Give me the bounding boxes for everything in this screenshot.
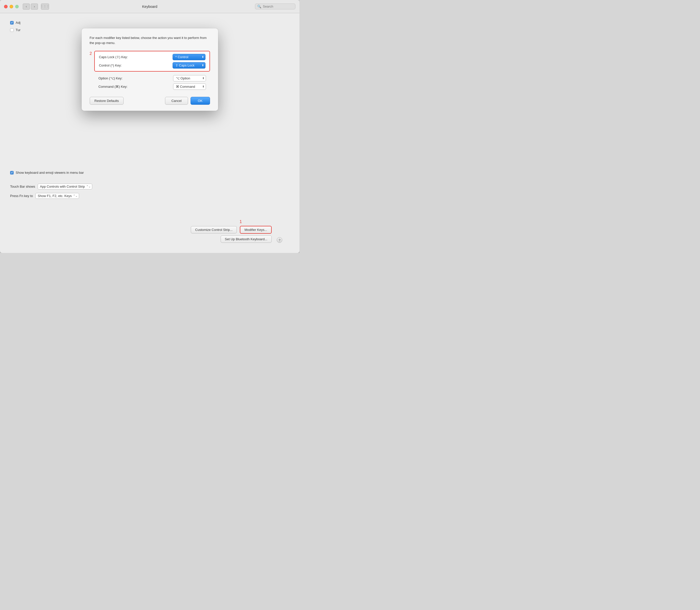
ok-button[interactable]: OK (190, 97, 210, 105)
minimize-button[interactable] (10, 5, 13, 9)
step-2-number: 2 (90, 51, 92, 56)
option-key-label: Option (⌥) Key: (98, 76, 122, 80)
back-icon: ‹ (26, 5, 27, 9)
main-content: Adj Tur Show keyboard and emoji viewers … (0, 13, 299, 253)
command-key-dropdown-wrapper[interactable]: ⌘ Command ⬍ (173, 83, 206, 90)
window-controls (4, 5, 19, 9)
close-button[interactable] (4, 5, 7, 9)
window-title: Keyboard (142, 4, 157, 9)
option-key-row: Option (⌥) Key: ⌥ Option ⬍ (94, 75, 210, 81)
modal-description: For each modifier key listed below, choo… (90, 35, 210, 45)
caps-lock-select[interactable]: ^ Control (172, 54, 205, 60)
nav-buttons: ‹ › ⋮⋮⋮ (23, 3, 49, 10)
control-key-select[interactable]: ⇪ Caps Lock (172, 62, 205, 68)
modal-right-buttons: Cancel OK (165, 97, 210, 105)
back-button[interactable]: ‹ (23, 3, 30, 10)
search-bar[interactable]: 🔍 (255, 3, 296, 9)
modal-buttons: Restore Defaults Cancel OK (90, 97, 210, 105)
search-input[interactable] (263, 4, 293, 9)
grid-icon: ⋮⋮⋮ (40, 5, 50, 8)
option-key-dropdown-wrapper[interactable]: ⌥ Option ⬍ (173, 75, 206, 81)
restore-defaults-button[interactable]: Restore Defaults (90, 97, 124, 105)
control-key-label: Control (^) Key: (99, 63, 121, 67)
modal-overlay: For each modifier key listed below, choo… (0, 13, 299, 253)
search-icon: 🔍 (257, 4, 261, 9)
keys-outer-wrapper: 2 Caps Lock (⇪) Key: ^ Control ⬍ (90, 51, 210, 92)
command-key-select[interactable]: ⌘ Command (173, 83, 206, 90)
highlighted-keys-section: Caps Lock (⇪) Key: ^ Control ⬍ (94, 51, 210, 71)
title-bar: ‹ › ⋮⋮⋮ Keyboard 🔍 (0, 0, 299, 13)
cancel-button[interactable]: Cancel (165, 97, 188, 105)
caps-lock-dropdown-wrapper[interactable]: ^ Control ⬍ (172, 54, 205, 60)
forward-button[interactable]: › (31, 3, 38, 10)
command-key-label: Command (⌘) Key: (98, 85, 127, 89)
control-key-row: Control (^) Key: ⇪ Caps Lock ⬍ (99, 62, 205, 68)
caps-lock-row: Caps Lock (⇪) Key: ^ Control ⬍ (99, 54, 205, 60)
option-key-select[interactable]: ⌥ Option (173, 75, 206, 81)
keys-section-wrapper: Caps Lock (⇪) Key: ^ Control ⬍ (94, 51, 210, 92)
grid-button[interactable]: ⋮⋮⋮ (41, 3, 49, 10)
forward-icon: › (34, 5, 35, 9)
modal-dialog: For each modifier key listed below, choo… (82, 28, 218, 111)
control-key-dropdown-wrapper[interactable]: ⇪ Caps Lock ⬍ (172, 62, 205, 68)
caps-lock-key-label: Caps Lock (⇪) Key: (99, 55, 128, 59)
maximize-button[interactable] (15, 5, 19, 9)
command-key-row: Command (⌘) Key: ⌘ Command ⬍ (94, 83, 210, 90)
